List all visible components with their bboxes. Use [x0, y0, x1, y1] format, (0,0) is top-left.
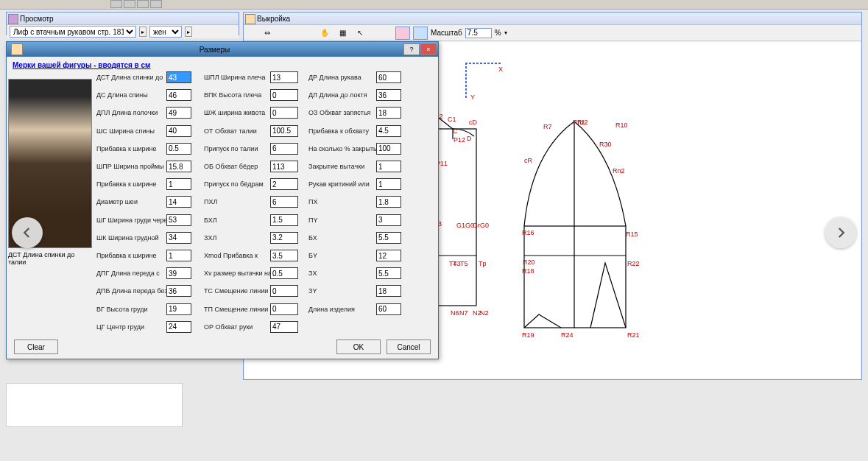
pattern-point-label: R19: [522, 331, 534, 339]
ok-button[interactable]: OK: [336, 339, 381, 354]
field-row: ДПБ Длина переда без: [96, 285, 191, 297]
thumbnail-strip: [6, 383, 183, 427]
field-input[interactable]: [166, 71, 191, 83]
field-input[interactable]: [376, 143, 401, 155]
pattern-point-label: R22: [627, 260, 640, 267]
pattern-point-label: T4: [449, 260, 457, 267]
close-button[interactable]: ×: [420, 43, 437, 55]
tool-icon[interactable]: [150, 0, 162, 8]
nav-next-button[interactable]: [825, 217, 856, 248]
field-input[interactable]: [270, 161, 298, 172]
field-input[interactable]: [166, 161, 191, 172]
field-input[interactable]: [376, 214, 401, 226]
main-toolbar: [0, 0, 868, 10]
field-input[interactable]: [166, 178, 191, 190]
field-input[interactable]: [376, 196, 401, 208]
grid-tool-icon[interactable]: ▦: [335, 27, 350, 40]
field-label: ШК Ширина грудной: [96, 234, 166, 242]
help-link[interactable]: Мерки вашей фигуры - вводятся в см: [13, 61, 432, 69]
field-label: ТС Смещение линии: [204, 287, 270, 295]
field-row: ЦГ Центр груди: [96, 321, 191, 333]
field-input[interactable]: [270, 89, 298, 101]
field-label: ПХЛ: [204, 198, 270, 205]
field-row: ЗХ: [308, 267, 401, 279]
field-row: ДЛ Длина до локтя: [308, 89, 401, 101]
field-row: ОБ Обхват бёдер: [204, 161, 298, 172]
field-row: ЗХЛ: [204, 232, 298, 244]
field-input[interactable]: [270, 303, 298, 315]
arrow-left-right-icon[interactable]: ⇔: [260, 27, 275, 40]
nav-prev-button[interactable]: [12, 217, 43, 248]
field-row: Припуск по талии: [204, 143, 298, 155]
field-input[interactable]: [376, 178, 401, 190]
field-input[interactable]: [270, 214, 298, 226]
field-input[interactable]: [376, 232, 401, 244]
field-label: ДР Длина рукава: [308, 74, 376, 81]
field-input[interactable]: [270, 267, 298, 279]
field-input[interactable]: [376, 125, 401, 137]
field-row: ОЗ Обхват запястья: [308, 107, 401, 119]
dialog-titlebar[interactable]: Размеры ? ×: [7, 42, 438, 57]
field-input[interactable]: [376, 107, 401, 119]
field-input[interactable]: [270, 250, 298, 261]
pattern-select[interactable]: Лиф с втачным рукавом стр. 181-225: [10, 26, 136, 38]
field-label: БХЛ: [204, 217, 270, 224]
hand-tool-icon[interactable]: ✋: [317, 27, 332, 40]
tool-icon[interactable]: [124, 0, 135, 8]
field-input[interactable]: [166, 303, 191, 315]
field-input[interactable]: [166, 143, 191, 155]
field-input[interactable]: [166, 232, 191, 244]
field-label: Диаметр шеи: [96, 198, 166, 205]
field-input[interactable]: [270, 285, 298, 297]
field-input[interactable]: [166, 196, 191, 208]
scale-down-icon[interactable]: ▾: [504, 29, 507, 36]
field-input[interactable]: [270, 232, 298, 244]
field-input[interactable]: [166, 285, 191, 297]
field-row: БХЛ: [204, 214, 298, 226]
preview-panel: Просмотр Лиф с втачным рукавом стр. 181-…: [6, 12, 239, 35]
measurement-caption: ДСТ Длина спинки до талии: [8, 251, 92, 266]
sizes-dialog: Размеры ? × Мерки вашей фигуры - вводятс…: [6, 41, 439, 359]
pattern-point-label: R24: [561, 331, 574, 339]
field-label: ДПБ Длина переда без: [96, 287, 166, 295]
scale-input[interactable]: [465, 28, 492, 38]
field-input[interactable]: [166, 214, 191, 226]
pattern-point-label: cD: [469, 119, 477, 126]
field-input[interactable]: [376, 250, 401, 261]
field-row: Прибавка к ширине: [96, 178, 191, 190]
field-input[interactable]: [166, 321, 191, 333]
field-label: ОБ Обхват бёдер: [204, 163, 270, 170]
field-input[interactable]: [166, 267, 191, 279]
tool-icon[interactable]: [110, 0, 122, 8]
pointer-tool-icon[interactable]: ↖: [353, 27, 367, 40]
field-input[interactable]: [166, 89, 191, 101]
step-button[interactable]: ▸: [185, 27, 192, 37]
gender-select[interactable]: жен: [149, 26, 182, 38]
field-input[interactable]: [270, 321, 298, 333]
field-input[interactable]: [270, 71, 298, 83]
step-button[interactable]: ▸: [139, 27, 147, 37]
field-input[interactable]: [166, 250, 191, 261]
field-input[interactable]: [376, 89, 401, 101]
field-input[interactable]: [270, 125, 298, 137]
field-input[interactable]: [376, 71, 401, 83]
cancel-button[interactable]: Cancel: [387, 339, 431, 354]
field-input[interactable]: [270, 143, 298, 155]
color-tool-b[interactable]: [413, 27, 428, 40]
color-tool-a[interactable]: [395, 27, 410, 40]
field-input[interactable]: [270, 107, 298, 119]
field-input[interactable]: [166, 125, 191, 137]
field-label: ШС Ширина спины: [96, 127, 166, 135]
field-input[interactable]: [270, 178, 298, 190]
field-input[interactable]: [376, 267, 401, 279]
field-input[interactable]: [166, 107, 191, 119]
field-input[interactable]: [376, 285, 401, 297]
clear-button[interactable]: Clear: [14, 339, 58, 354]
help-button[interactable]: ?: [403, 43, 420, 55]
field-row: ДР Длина рукава: [308, 71, 401, 83]
field-label: ПY: [308, 217, 376, 224]
tool-icon[interactable]: [137, 0, 149, 8]
field-input[interactable]: [376, 303, 401, 315]
field-input[interactable]: [376, 161, 401, 172]
field-input[interactable]: [270, 196, 298, 208]
